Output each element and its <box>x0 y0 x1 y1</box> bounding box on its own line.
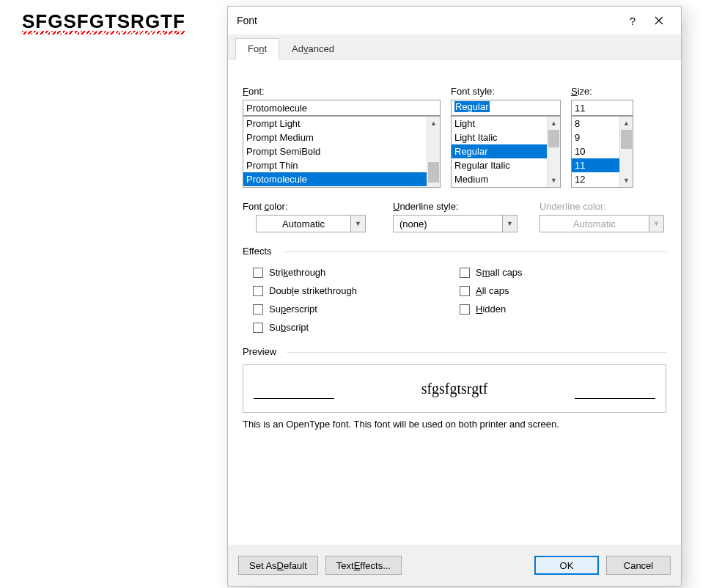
scroll-up-icon[interactable]: ▲ <box>427 117 440 130</box>
font-dialog: Font ? Font Advanced Font: Prompt Light <box>227 6 682 587</box>
font-name-list[interactable]: Prompt Light Prompt Medium Prompt SemiBo… <box>243 116 441 188</box>
list-item[interactable]: 11 <box>572 158 619 172</box>
list-item[interactable]: 12 <box>572 172 619 186</box>
list-item[interactable]: Protomolecule <box>243 172 427 186</box>
label-text: e strikethrough <box>294 285 357 296</box>
tab-advanced[interactable]: Advanced <box>279 38 347 59</box>
label-text: Su <box>269 322 281 333</box>
preview-sample-text: sfgsfgtsrgtf <box>421 381 488 397</box>
font-color-label: Font color: <box>243 201 371 212</box>
close-icon <box>655 16 663 25</box>
button-label-part: efault <box>284 560 307 571</box>
chevron-down-icon: ▼ <box>649 216 663 232</box>
font-size-input[interactable] <box>571 100 633 116</box>
list-item[interactable]: 10 <box>572 144 619 158</box>
effects-section-label: Effects <box>243 246 666 257</box>
checkbox-box <box>253 286 263 296</box>
tab-strip: Font Advanced <box>228 34 681 59</box>
checkbox-double-strikethrough[interactable]: Double strikethrough <box>253 285 460 296</box>
tab-label-part: anced <box>308 43 334 54</box>
scrollbar[interactable]: ▲ ▼ <box>619 117 633 187</box>
list-item[interactable]: Medium <box>452 172 547 186</box>
button-label-hotkey: E <box>354 560 361 571</box>
font-size-list[interactable]: 8 9 10 11 12 ▲ ▼ <box>571 116 633 188</box>
text-effects-button[interactable]: Text Effects... <box>325 556 402 575</box>
label-text: erscript <box>286 304 317 315</box>
label-hotkey: S <box>571 86 578 97</box>
button-label-part: Text <box>336 560 354 571</box>
label-hotkey: A <box>476 285 482 296</box>
dropdown-value: Automatic <box>257 218 350 229</box>
scroll-up-icon[interactable]: ▲ <box>548 117 560 130</box>
list-item[interactable]: Prompt Thin <box>243 158 427 172</box>
font-style-list[interactable]: Light Light Italic Regular Regular Itali… <box>451 116 561 188</box>
list-item[interactable]: Regular Italic <box>452 158 547 172</box>
effects-group: Strikethrough Double strikethrough Super… <box>243 267 666 333</box>
scroll-down-icon[interactable]: ▼ <box>548 174 560 187</box>
underline-style-label: Underline style: <box>393 201 517 212</box>
cancel-button[interactable]: Cancel <box>606 556 671 575</box>
selected-text: Regular <box>454 101 490 112</box>
label-text: ll caps <box>482 285 509 296</box>
label-text: all caps <box>490 267 523 278</box>
help-button[interactable]: ? <box>619 10 646 31</box>
ok-button[interactable]: OK <box>534 556 599 575</box>
font-color-dropdown[interactable]: Automatic ▼ <box>256 215 366 232</box>
checkbox-box <box>460 268 470 278</box>
scrollbar[interactable]: ▲ ▼ <box>547 117 560 187</box>
chevron-down-icon: ▼ <box>350 216 365 232</box>
underline-color-dropdown: Automatic ▼ <box>539 215 664 232</box>
checkbox-all-caps[interactable]: All caps <box>460 285 666 296</box>
chevron-down-icon: ▼ <box>502 216 517 232</box>
checkbox-superscript[interactable]: Superscript <box>253 304 460 315</box>
underline-style-dropdown[interactable]: (none) ▼ <box>393 215 517 232</box>
checkbox-box <box>253 268 263 278</box>
checkbox-hidden[interactable]: Hidden <box>460 304 666 315</box>
dialog-title: Font <box>237 15 619 26</box>
label-text: idden <box>482 304 506 315</box>
section-title: Preview <box>243 346 276 357</box>
button-label-part: Set As <box>249 560 277 571</box>
list-item[interactable]: Prompt SemiBold <box>243 144 427 158</box>
dialog-body: Font: Prompt Light Prompt Medium Prompt … <box>228 59 681 545</box>
label-text: ize: <box>578 86 592 97</box>
scroll-down-icon[interactable]: ▼ <box>620 174 633 187</box>
checkbox-subscript[interactable]: Subscript <box>253 322 460 333</box>
list-item[interactable]: 8 <box>572 117 619 131</box>
label-text: Su <box>269 304 281 315</box>
label-text: ont: <box>248 86 265 97</box>
list-item[interactable]: 9 <box>572 131 619 144</box>
label-text: Doub <box>269 285 292 296</box>
close-button[interactable] <box>646 10 672 31</box>
tab-label-part: Fo <box>248 43 259 54</box>
list-item[interactable]: Prompt Light <box>243 117 427 131</box>
font-name-input[interactable] <box>243 100 441 116</box>
list-item[interactable]: Light <box>452 117 547 131</box>
label-text: ethrough <box>288 267 325 278</box>
font-style-input[interactable]: Regular <box>451 100 561 116</box>
list-item[interactable]: Regular <box>452 144 547 158</box>
tab-label-part: Ad <box>292 43 303 54</box>
label-hotkey: F <box>243 86 248 97</box>
set-as-default-button[interactable]: Set As Default <box>238 556 318 575</box>
list-item[interactable]: Prompt Medium <box>243 131 427 144</box>
checkbox-small-caps[interactable]: Small caps <box>460 267 666 278</box>
label-text: olor: <box>269 201 287 212</box>
preview-section-label: Preview <box>243 346 666 357</box>
dropdown-value: Automatic <box>540 218 649 229</box>
section-title: Effects <box>243 246 272 257</box>
checkbox-strikethrough[interactable]: Strikethrough <box>253 267 460 278</box>
dialog-titlebar: Font ? <box>228 7 681 34</box>
button-label-part: ffects... <box>360 560 391 571</box>
scroll-up-icon[interactable]: ▲ <box>620 117 633 130</box>
dropdown-value: (none) <box>394 218 502 229</box>
preview-note: This is an OpenType font. This font will… <box>243 419 666 430</box>
scrollbar[interactable]: ▲ ▼ <box>427 117 440 187</box>
list-item[interactable]: Light Italic <box>452 131 547 144</box>
label-text: nderline style: <box>399 201 458 212</box>
checkbox-box <box>460 286 470 296</box>
tab-font[interactable]: Font <box>235 38 279 59</box>
checkbox-box <box>253 323 263 333</box>
document-sample-text: SFGSFGTSRGTF <box>22 10 185 33</box>
baseline-indicator <box>254 398 334 399</box>
